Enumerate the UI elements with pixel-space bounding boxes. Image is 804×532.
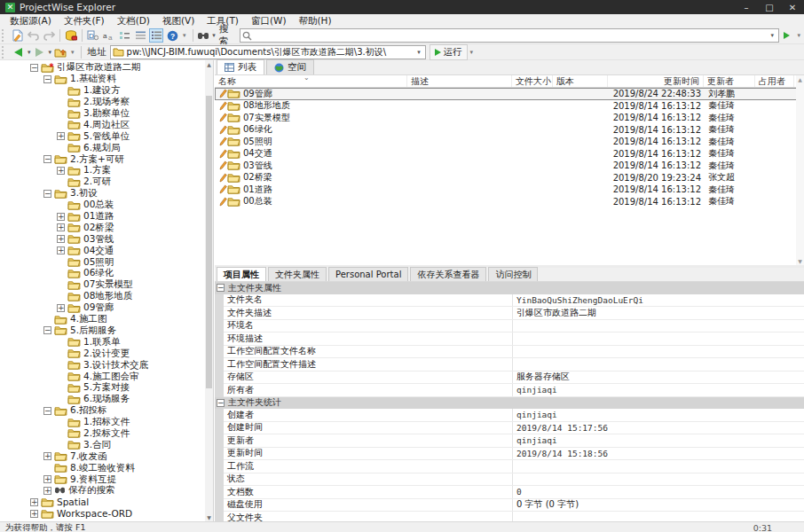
- toolbar-grip[interactable]: [2, 29, 7, 42]
- prop-tab-0[interactable]: 项目属性: [217, 267, 266, 281]
- collapse-icon[interactable]: −: [43, 190, 51, 198]
- property-row[interactable]: 磁盘使用0 字节 (0 字节): [224, 499, 804, 512]
- tab-spatial[interactable]: 空间: [266, 59, 314, 74]
- tree-item[interactable]: 2.现场考察: [0, 97, 205, 108]
- tree-item[interactable]: +03管线: [0, 233, 205, 245]
- property-row[interactable]: 存储区服务器存储区: [224, 372, 804, 385]
- property-row[interactable]: 工作空间配置文件描述: [224, 358, 804, 372]
- collapse-icon[interactable]: −: [43, 407, 51, 415]
- tree-item[interactable]: +Spatial: [0, 497, 205, 508]
- list-scroll-up-icon[interactable]: ▲: [796, 75, 804, 83]
- small-icons-view-icon[interactable]: [118, 28, 132, 43]
- tree-item[interactable]: +04交通: [0, 245, 205, 256]
- prop-tab-2[interactable]: Personal Portal: [328, 267, 408, 281]
- new-document-button[interactable]: [11, 28, 25, 43]
- tree-item[interactable]: 1.建设方: [0, 85, 205, 97]
- help-icon[interactable]: ?: [165, 28, 179, 43]
- column-header-2[interactable]: 文件大小: [512, 75, 553, 87]
- file-list-scrollbar[interactable]: ▲ ▼: [796, 75, 804, 265]
- search-input[interactable]: ▾: [240, 28, 778, 43]
- property-group-header[interactable]: −主文件夹属性: [215, 282, 804, 294]
- tree-item[interactable]: 1.招标文件: [0, 417, 205, 428]
- tree-item[interactable]: 3.合同: [0, 439, 205, 450]
- expand-icon[interactable]: +: [57, 213, 65, 221]
- tree-item[interactable]: 4.施工图: [0, 314, 205, 325]
- list-view-icon[interactable]: [149, 28, 163, 43]
- expand-icon[interactable]: +: [57, 167, 65, 175]
- tree-item[interactable]: 2.设计变更: [0, 348, 205, 359]
- search-run-icon[interactable]: [780, 28, 794, 43]
- file-list-row[interactable]: 07实景模型2019/8/14 16:13:12秦佳琦: [215, 112, 804, 124]
- tree-item[interactable]: +09管廊: [0, 302, 205, 314]
- search-dropdown-icon[interactable]: ▾: [767, 30, 778, 41]
- maximize-button[interactable]: □: [758, 0, 781, 14]
- tree-item[interactable]: 4.周边社区: [0, 119, 205, 130]
- tree-item[interactable]: +5.管线单位: [0, 130, 205, 142]
- property-row[interactable]: 工作空间配置文件名称: [224, 346, 804, 359]
- tree-item[interactable]: +02桥梁: [0, 222, 205, 233]
- tree-item[interactable]: 5.方案对接: [0, 382, 205, 394]
- address-dropdown-icon[interactable]: ▾: [414, 47, 425, 58]
- column-header-4[interactable]: 更新时间: [608, 75, 704, 87]
- expand-icon[interactable]: +: [43, 475, 51, 483]
- tree-item[interactable]: 3.设计技术交底: [0, 359, 205, 371]
- tree-item[interactable]: 2.投标文件: [0, 428, 205, 440]
- file-list-row[interactable]: 03管线2019/8/14 16:13:12秦佳琦: [215, 160, 804, 172]
- property-row[interactable]: 创建者qinjiaqi: [224, 409, 804, 422]
- file-list-row[interactable]: 05照明2019/8/14 16:13:12秦佳琦: [215, 136, 804, 148]
- expand-icon[interactable]: +: [57, 132, 65, 140]
- tree-item[interactable]: 06绿化: [0, 268, 205, 279]
- property-row[interactable]: 文件夹描述引爆区市政道路二期: [224, 307, 804, 320]
- column-header-6[interactable]: 占用者: [755, 75, 794, 87]
- menu-item-1[interactable]: 文件夹(F): [58, 14, 111, 27]
- collapse-icon[interactable]: −: [30, 64, 38, 72]
- tree-scrollbar[interactable]: ▲ ▼: [205, 60, 213, 521]
- collapse-icon[interactable]: −: [217, 399, 225, 407]
- scroll-down-icon[interactable]: ▼: [205, 513, 213, 521]
- column-header-5[interactable]: 更新者: [704, 75, 755, 87]
- file-list-row[interactable]: 02桥梁2019/8/20 19:23:24张文超: [215, 172, 804, 184]
- tab-list[interactable]: 列表: [217, 59, 264, 74]
- tree-item[interactable]: −6.招投标: [0, 405, 205, 417]
- property-row[interactable]: 文档数0: [224, 486, 804, 499]
- tree-item[interactable]: 00总装: [0, 200, 205, 211]
- collapse-icon[interactable]: −: [43, 75, 51, 83]
- run-button[interactable]: 运行: [430, 44, 468, 60]
- tree-item[interactable]: +01道路: [0, 211, 205, 223]
- expand-icon[interactable]: +: [30, 498, 38, 506]
- close-button[interactable]: ✕: [781, 0, 804, 14]
- find-icon[interactable]: [196, 28, 210, 43]
- prop-tab-1[interactable]: 文件夹属性: [268, 267, 327, 281]
- address-toolbar-grip[interactable]: [2, 46, 7, 59]
- toolbar-overflow-icon[interactable]: ▾: [183, 32, 187, 39]
- rename-icon[interactable]: aa: [102, 28, 116, 43]
- search-toolbar-overflow-icon[interactable]: ▾: [798, 32, 802, 39]
- property-row[interactable]: 文件夹名YinBaoQuShiZhengDaoLuErQi: [224, 294, 804, 308]
- expand-icon[interactable]: +: [43, 487, 51, 495]
- menu-item-5[interactable]: 窗口(W): [245, 14, 293, 27]
- tree-item[interactable]: 2.可研: [0, 176, 205, 188]
- details-view-icon[interactable]: [133, 28, 147, 43]
- back-dropdown-icon[interactable]: ▾: [28, 49, 31, 56]
- file-list-row[interactable]: 01道路2019/8/14 16:13:12秦佳琦: [215, 184, 804, 196]
- tree-item[interactable]: 08地形地质: [0, 291, 205, 302]
- find-dropdown-icon[interactable]: ▾: [212, 32, 216, 39]
- tree-item[interactable]: −✱引爆区市政道路二期: [0, 62, 205, 74]
- prop-tab-3[interactable]: 依存关系查看器: [410, 267, 486, 281]
- expand-icon[interactable]: +: [43, 452, 51, 460]
- menu-item-3[interactable]: 视图(V): [156, 14, 201, 27]
- tree-item[interactable]: 05照明: [0, 256, 205, 268]
- file-list-row[interactable]: 04交通2019/8/14 16:13:12秦佳琦: [215, 148, 804, 160]
- tree-item[interactable]: 07实景模型: [0, 279, 205, 291]
- tree-item[interactable]: +9.资料互提: [0, 473, 205, 485]
- scroll-up-icon[interactable]: ▲: [205, 60, 213, 68]
- show-properties-icon[interactable]: D: [86, 28, 100, 43]
- tree-item[interactable]: +1.方案: [0, 165, 205, 176]
- address-toolbar-overflow-icon[interactable]: ▾: [470, 49, 475, 56]
- tree-item[interactable]: +7.收发函: [0, 450, 205, 462]
- tree-scroll-thumb[interactable]: [206, 96, 212, 388]
- expand-icon[interactable]: +: [57, 223, 65, 231]
- minimize-button[interactable]: –: [735, 0, 758, 14]
- tree-item[interactable]: +保存的搜索: [0, 485, 205, 497]
- expand-icon[interactable]: +: [57, 235, 65, 243]
